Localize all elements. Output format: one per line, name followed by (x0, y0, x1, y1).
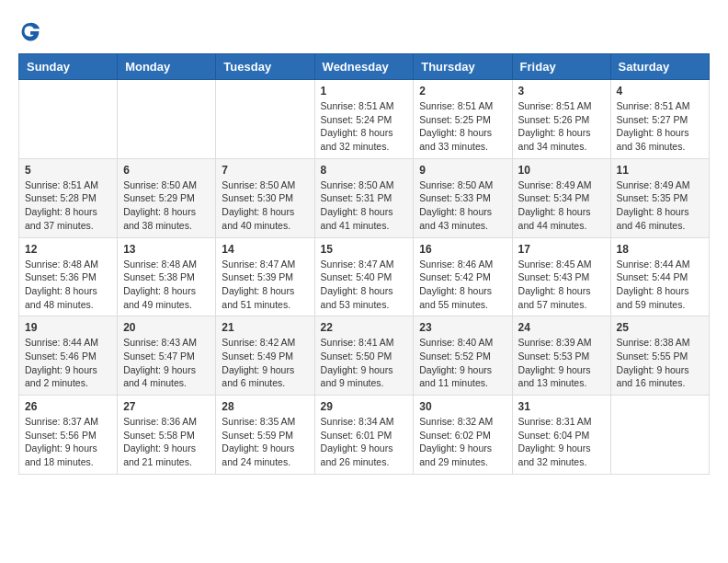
calendar-day-cell: 4Sunrise: 8:51 AM Sunset: 5:27 PM Daylig… (610, 80, 709, 159)
day-info: Sunrise: 8:36 AM Sunset: 5:58 PM Dayligh… (123, 415, 210, 469)
calendar-day-cell: 23Sunrise: 8:40 AM Sunset: 5:52 PM Dayli… (414, 316, 512, 396)
day-info: Sunrise: 8:50 AM Sunset: 5:30 PM Dayligh… (222, 178, 308, 233)
day-info: Sunrise: 8:51 AM Sunset: 5:25 PM Dayligh… (419, 99, 506, 154)
weekday-header-cell: Tuesday (216, 54, 314, 80)
calendar-day-cell: 9Sunrise: 8:50 AM Sunset: 5:33 PM Daylig… (414, 158, 512, 237)
calendar-day-cell: 19Sunrise: 8:44 AM Sunset: 5:46 PM Dayli… (19, 316, 118, 396)
weekday-header-cell: Thursday (414, 54, 512, 80)
day-info: Sunrise: 8:31 AM Sunset: 6:04 PM Dayligh… (518, 415, 605, 469)
calendar-week-row: 26Sunrise: 8:37 AM Sunset: 5:56 PM Dayli… (19, 396, 710, 475)
day-number: 16 (419, 243, 506, 256)
calendar-day-cell: 13Sunrise: 8:48 AM Sunset: 5:38 PM Dayli… (118, 237, 216, 316)
day-info: Sunrise: 8:42 AM Sunset: 5:49 PM Dayligh… (222, 336, 308, 390)
day-info: Sunrise: 8:49 AM Sunset: 5:34 PM Dayligh… (518, 178, 605, 233)
day-number: 2 (419, 85, 506, 98)
day-info: Sunrise: 8:32 AM Sunset: 6:02 PM Dayligh… (419, 415, 506, 469)
calendar-day-cell: 31Sunrise: 8:31 AM Sunset: 6:04 PM Dayli… (512, 396, 610, 475)
day-number: 4 (617, 85, 703, 98)
day-info: Sunrise: 8:50 AM Sunset: 5:31 PM Dayligh… (321, 178, 408, 233)
day-number: 18 (617, 243, 703, 256)
day-info: Sunrise: 8:47 AM Sunset: 5:40 PM Dayligh… (321, 258, 408, 312)
day-info: Sunrise: 8:51 AM Sunset: 5:27 PM Dayligh… (617, 99, 703, 154)
page-header (18, 18, 710, 44)
day-number: 31 (518, 400, 605, 413)
calendar-day-cell: 18Sunrise: 8:44 AM Sunset: 5:44 PM Dayli… (610, 237, 709, 316)
day-info: Sunrise: 8:44 AM Sunset: 5:46 PM Dayligh… (25, 336, 111, 390)
day-info: Sunrise: 8:44 AM Sunset: 5:44 PM Dayligh… (617, 258, 703, 312)
day-info: Sunrise: 8:51 AM Sunset: 5:24 PM Dayligh… (321, 99, 408, 154)
day-number: 10 (518, 164, 605, 177)
calendar-day-cell: 10Sunrise: 8:49 AM Sunset: 5:34 PM Dayli… (512, 158, 610, 237)
calendar-body: 1Sunrise: 8:51 AM Sunset: 5:24 PM Daylig… (19, 80, 710, 475)
calendar-day-cell: 17Sunrise: 8:45 AM Sunset: 5:43 PM Dayli… (512, 237, 610, 316)
day-info: Sunrise: 8:37 AM Sunset: 5:56 PM Dayligh… (25, 415, 111, 469)
calendar-day-cell: 16Sunrise: 8:46 AM Sunset: 5:42 PM Dayli… (414, 237, 512, 316)
day-info: Sunrise: 8:35 AM Sunset: 5:59 PM Dayligh… (222, 415, 308, 469)
calendar-day-cell: 24Sunrise: 8:39 AM Sunset: 5:53 PM Dayli… (512, 316, 610, 396)
day-info: Sunrise: 8:38 AM Sunset: 5:55 PM Dayligh… (617, 336, 703, 390)
day-number: 27 (123, 400, 210, 413)
weekday-header-cell: Sunday (19, 54, 118, 80)
day-number: 6 (123, 164, 210, 177)
calendar-day-cell: 11Sunrise: 8:49 AM Sunset: 5:35 PM Dayli… (610, 158, 709, 237)
calendar-table: SundayMondayTuesdayWednesdayThursdayFrid… (18, 53, 710, 475)
calendar-day-cell: 20Sunrise: 8:43 AM Sunset: 5:47 PM Dayli… (118, 316, 216, 396)
weekday-header-cell: Wednesday (314, 54, 414, 80)
calendar-day-cell: 14Sunrise: 8:47 AM Sunset: 5:39 PM Dayli… (216, 237, 314, 316)
calendar-day-cell: 6Sunrise: 8:50 AM Sunset: 5:29 PM Daylig… (118, 158, 216, 237)
day-number: 14 (222, 243, 308, 256)
calendar-day-cell: 22Sunrise: 8:41 AM Sunset: 5:50 PM Dayli… (314, 316, 414, 396)
day-number: 29 (321, 400, 408, 413)
day-info: Sunrise: 8:34 AM Sunset: 6:01 PM Dayligh… (321, 415, 408, 469)
day-info: Sunrise: 8:49 AM Sunset: 5:35 PM Dayligh… (617, 178, 703, 233)
calendar-day-cell: 3Sunrise: 8:51 AM Sunset: 5:26 PM Daylig… (512, 80, 610, 159)
day-info: Sunrise: 8:48 AM Sunset: 5:38 PM Dayligh… (123, 258, 210, 312)
day-number: 8 (321, 164, 408, 177)
calendar-day-cell: 15Sunrise: 8:47 AM Sunset: 5:40 PM Dayli… (314, 237, 414, 316)
day-info: Sunrise: 8:48 AM Sunset: 5:36 PM Dayligh… (25, 258, 111, 312)
day-number: 5 (25, 164, 111, 177)
day-number: 12 (25, 243, 111, 256)
day-info: Sunrise: 8:43 AM Sunset: 5:47 PM Dayligh… (123, 336, 210, 390)
day-number: 26 (25, 400, 111, 413)
day-info: Sunrise: 8:47 AM Sunset: 5:39 PM Dayligh… (222, 258, 308, 312)
weekday-header-cell: Friday (512, 54, 610, 80)
day-info: Sunrise: 8:46 AM Sunset: 5:42 PM Dayligh… (419, 258, 506, 312)
calendar-day-cell: 7Sunrise: 8:50 AM Sunset: 5:30 PM Daylig… (216, 158, 314, 237)
day-number: 3 (518, 85, 605, 98)
calendar-week-row: 1Sunrise: 8:51 AM Sunset: 5:24 PM Daylig… (19, 80, 710, 159)
calendar-week-row: 19Sunrise: 8:44 AM Sunset: 5:46 PM Dayli… (19, 316, 710, 396)
logo (18, 18, 48, 44)
calendar-day-cell (610, 396, 709, 475)
calendar-day-cell: 27Sunrise: 8:36 AM Sunset: 5:58 PM Dayli… (118, 396, 216, 475)
day-number: 1 (321, 85, 408, 98)
calendar-day-cell: 2Sunrise: 8:51 AM Sunset: 5:25 PM Daylig… (414, 80, 512, 159)
day-info: Sunrise: 8:39 AM Sunset: 5:53 PM Dayligh… (518, 336, 605, 390)
day-info: Sunrise: 8:51 AM Sunset: 5:28 PM Dayligh… (25, 178, 111, 233)
calendar-week-row: 12Sunrise: 8:48 AM Sunset: 5:36 PM Dayli… (19, 237, 710, 316)
day-number: 13 (123, 243, 210, 256)
calendar-day-cell: 12Sunrise: 8:48 AM Sunset: 5:36 PM Dayli… (19, 237, 118, 316)
calendar-day-cell: 5Sunrise: 8:51 AM Sunset: 5:28 PM Daylig… (19, 158, 118, 237)
day-number: 22 (321, 321, 408, 334)
calendar-day-cell (216, 80, 314, 159)
calendar-day-cell: 1Sunrise: 8:51 AM Sunset: 5:24 PM Daylig… (314, 80, 414, 159)
calendar-day-cell: 21Sunrise: 8:42 AM Sunset: 5:49 PM Dayli… (216, 316, 314, 396)
weekday-header-cell: Saturday (610, 54, 709, 80)
calendar-day-cell (118, 80, 216, 159)
calendar-day-cell: 29Sunrise: 8:34 AM Sunset: 6:01 PM Dayli… (314, 396, 414, 475)
calendar-day-cell (19, 80, 118, 159)
day-number: 25 (617, 321, 703, 334)
day-info: Sunrise: 8:50 AM Sunset: 5:33 PM Dayligh… (419, 178, 506, 233)
logo-icon (18, 18, 44, 44)
calendar-week-row: 5Sunrise: 8:51 AM Sunset: 5:28 PM Daylig… (19, 158, 710, 237)
day-number: 7 (222, 164, 308, 177)
day-number: 28 (222, 400, 308, 413)
day-number: 21 (222, 321, 308, 334)
day-number: 30 (419, 400, 506, 413)
day-info: Sunrise: 8:45 AM Sunset: 5:43 PM Dayligh… (518, 258, 605, 312)
calendar-day-cell: 8Sunrise: 8:50 AM Sunset: 5:31 PM Daylig… (314, 158, 414, 237)
day-number: 19 (25, 321, 111, 334)
calendar-day-cell: 25Sunrise: 8:38 AM Sunset: 5:55 PM Dayli… (610, 316, 709, 396)
day-number: 24 (518, 321, 605, 334)
